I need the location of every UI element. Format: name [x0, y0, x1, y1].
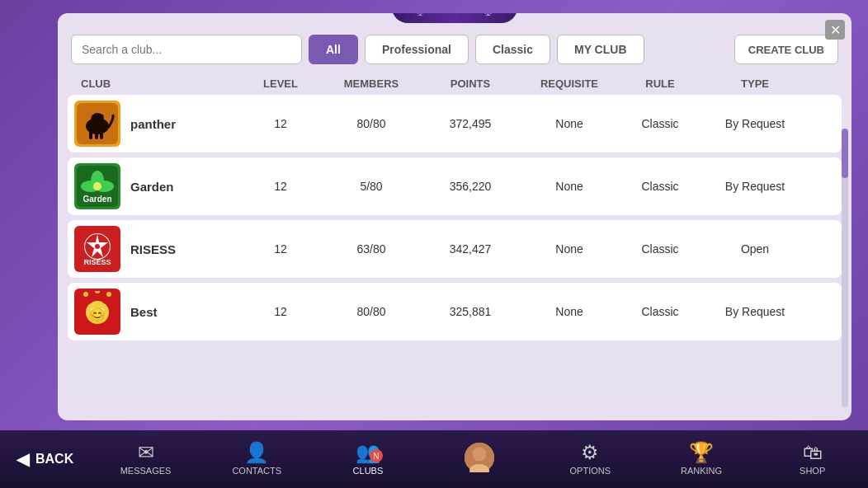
- table-row[interactable]: panther 12 80/80 372,495 None Classic By…: [68, 95, 842, 152]
- club-type-garden: By Request: [701, 180, 809, 193]
- svg-text:Garden: Garden: [83, 195, 111, 204]
- filter-myclub-button[interactable]: MY CLUB: [557, 35, 644, 64]
- table-body: panther 12 80/80 372,495 None Classic By…: [68, 95, 842, 340]
- header-type: TYPE: [701, 77, 809, 90]
- svg-rect-10: [95, 131, 98, 139]
- nav-items: ✉ MESSAGES 👤 CONTACTS 👥 N CLUBS: [90, 430, 868, 488]
- table-row[interactable]: RISESS RISESS 12 63/80 342,427 None Clas…: [68, 220, 842, 278]
- club-type-best: By Request: [701, 305, 809, 318]
- header-members: MEMBERS: [322, 77, 421, 90]
- table-container: CLUB LEVEL MEMBERS POINTS REQUISITE RULE…: [58, 73, 851, 420]
- nav-item-profile[interactable]: [423, 430, 535, 488]
- header-points: POINTS: [421, 77, 520, 90]
- club-rule-risess: Classic: [619, 242, 701, 256]
- svg-point-30: [83, 292, 88, 297]
- title-deco-left: ♣ ♠: [417, 13, 427, 20]
- nav-label-options: OPTIONS: [570, 466, 611, 476]
- club-logo-risess: RISESS: [74, 226, 120, 272]
- club-level-risess: 12: [239, 242, 322, 256]
- filter-all-button[interactable]: All: [309, 35, 358, 64]
- club-requisite-panther: None: [520, 117, 619, 130]
- scrollbar-thumb[interactable]: [842, 129, 848, 178]
- club-type-panther: By Request: [701, 117, 809, 130]
- nav-item-ranking[interactable]: 🏆 RANKING: [646, 430, 757, 488]
- title-deco-right: ♠ ♣: [484, 13, 493, 20]
- clubs-badge: N: [370, 449, 383, 462]
- club-name-risess: RISESS: [130, 242, 176, 256]
- header-club: CLUB: [74, 77, 239, 90]
- club-points-risess: 342,427: [421, 242, 520, 256]
- nav-item-shop[interactable]: 🛍 SHOP: [757, 430, 868, 488]
- nav-item-clubs[interactable]: 👥 N CLUBS: [313, 430, 424, 488]
- club-rule-best: Classic: [619, 305, 701, 318]
- nav-item-messages[interactable]: ✉ MESSAGES: [90, 430, 201, 488]
- svg-point-7: [93, 115, 98, 120]
- club-members-panther: 80/80: [322, 117, 421, 130]
- club-members-risess: 63/80: [322, 242, 421, 256]
- profile-avatar: [465, 443, 494, 472]
- club-members-best: 80/80: [322, 305, 421, 318]
- search-input[interactable]: [71, 35, 302, 64]
- club-logo-garden: Garden: [74, 163, 120, 209]
- filter-professional-button[interactable]: Professional: [365, 35, 469, 64]
- club-logo-best: 😊: [74, 289, 120, 335]
- club-level-panther: 12: [239, 117, 322, 130]
- filter-bar: All Professional Classic MY CLUB CREATE …: [58, 21, 851, 73]
- club-cell-garden: Garden Garden: [74, 163, 239, 209]
- club-rule-panther: Classic: [619, 117, 701, 130]
- nav-item-contacts[interactable]: 👤 CONTACTS: [201, 430, 313, 488]
- close-icon: ✕: [830, 22, 841, 38]
- svg-point-8: [100, 115, 104, 119]
- club-type-risess: Open: [701, 242, 809, 256]
- bottom-nav: ◀ BACK ✉ MESSAGES 👤 CONTACTS 👥 N CLUBS: [0, 430, 868, 488]
- back-arrow-icon: ◀: [17, 449, 29, 469]
- club-members-garden: 5/80: [322, 180, 421, 193]
- nav-label-shop: SHOP: [800, 466, 825, 476]
- nav-label-ranking: RANKING: [681, 466, 722, 476]
- club-points-garden: 356,220: [421, 180, 520, 193]
- nav-label-clubs: CLUBS: [353, 466, 384, 476]
- close-button[interactable]: ✕: [825, 20, 845, 40]
- club-level-garden: 12: [239, 180, 322, 193]
- header-requisite: REQUISITE: [520, 77, 619, 90]
- club-name-best: Best: [130, 305, 158, 319]
- svg-point-21: [95, 244, 100, 249]
- options-icon: ⚙: [581, 443, 599, 462]
- club-level-best: 12: [239, 305, 322, 318]
- svg-rect-9: [89, 131, 92, 139]
- club-requisite-best: None: [520, 305, 619, 318]
- svg-text:RISESS: RISESS: [83, 258, 111, 266]
- svg-point-32: [106, 292, 111, 297]
- scrollbar[interactable]: [842, 129, 848, 407]
- scrollbar-track: [842, 129, 848, 407]
- club-points-best: 325,881: [421, 305, 520, 318]
- back-label: BACK: [35, 452, 73, 467]
- table-row[interactable]: Garden Garden 12 5/80 356,220 None Class…: [68, 157, 842, 215]
- club-cell-risess: RISESS RISESS: [74, 226, 239, 272]
- modal-title: ♣ ♠ Club ♠ ♣: [392, 13, 518, 23]
- club-requisite-risess: None: [520, 242, 619, 256]
- club-name-garden: Garden: [130, 180, 174, 194]
- back-button[interactable]: ◀ BACK: [0, 430, 90, 488]
- nav-item-options[interactable]: ⚙ OPTIONS: [535, 430, 646, 488]
- club-logo-panther: [74, 101, 120, 147]
- table-header: CLUB LEVEL MEMBERS POINTS REQUISITE RULE…: [68, 73, 842, 95]
- contacts-icon: 👤: [244, 443, 269, 462]
- club-cell-panther: panther: [74, 101, 239, 147]
- modal: ♣ ♠ Club ♠ ♣ ✕ All Professional Classic …: [58, 13, 851, 420]
- nav-label-messages: MESSAGES: [120, 466, 172, 476]
- header-level: LEVEL: [239, 77, 322, 90]
- filter-classic-button[interactable]: Classic: [475, 35, 550, 64]
- club-requisite-garden: None: [520, 180, 619, 193]
- nav-label-contacts: CONTACTS: [232, 466, 281, 476]
- messages-icon: ✉: [138, 443, 154, 462]
- club-points-panther: 372,495: [421, 117, 520, 130]
- club-title-text: Club: [432, 13, 476, 14]
- shop-icon: 🛍: [803, 443, 823, 462]
- ranking-icon: 🏆: [689, 443, 714, 462]
- create-club-button[interactable]: CREATE CLUB: [734, 35, 838, 64]
- svg-text:😊: 😊: [89, 307, 106, 322]
- club-cell-best: 😊 Best: [74, 289, 239, 335]
- svg-rect-11: [100, 131, 103, 139]
- table-row[interactable]: 😊 Best 12 80/80 325,881 None Classic By …: [68, 283, 842, 340]
